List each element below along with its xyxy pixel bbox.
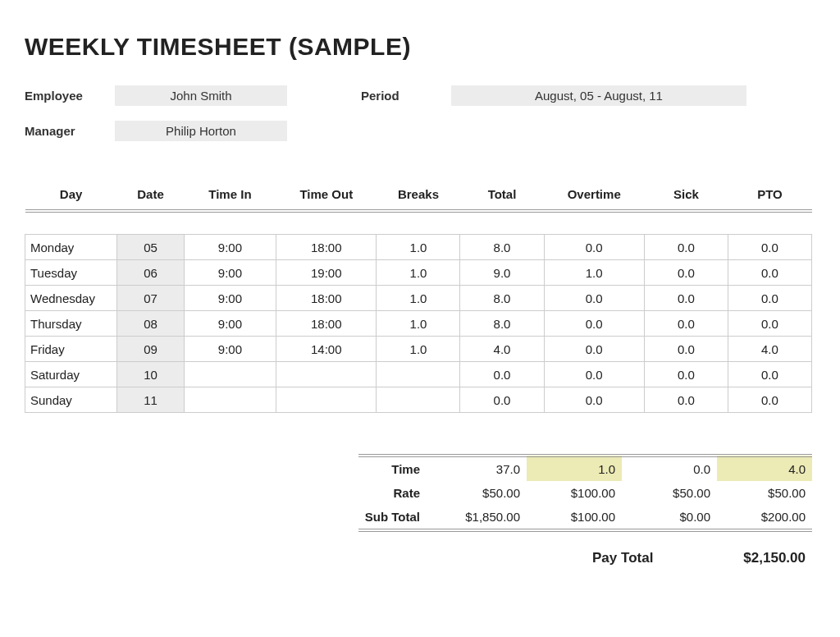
summary-subtotal-pto: $200.00 [717,505,812,530]
cell-time-in: 9:00 [184,311,276,337]
cell-time-out [276,387,377,413]
cell-time-in: 9:00 [184,235,276,260]
pay-total: Pay Total $2,150.00 [592,550,812,566]
col-sick: Sick [644,182,728,211]
cell-pto: 0.0 [728,235,811,260]
summary-table: Time 37.0 1.0 0.0 4.0 Rate $50.00 $100.0… [358,454,812,532]
cell-breaks: 1.0 [377,235,460,260]
page-title: WEEKLY TIMESHEET (SAMPLE) [25,33,815,61]
cell-date: 11 [117,387,185,413]
cell-sick: 0.0 [644,387,728,413]
cell-day: Friday [25,337,117,362]
summary-rate-label: Rate [358,481,431,505]
cell-breaks: 1.0 [377,286,460,311]
summary-row-time: Time 37.0 1.0 0.0 4.0 [358,456,812,481]
summary-rate-sick: $50.00 [622,481,717,505]
cell-breaks [377,362,460,387]
cell-total: 9.0 [460,260,544,286]
summary-subtotal-label: Sub Total [358,505,431,530]
cell-time-out: 18:00 [276,286,377,311]
col-overtime: Overtime [544,182,644,211]
period-label: Period [361,89,451,103]
cell-pto: 0.0 [728,362,811,387]
manager-label: Manager [25,124,115,138]
col-breaks: Breaks [377,182,460,211]
cell-pto: 0.0 [728,286,811,311]
cell-time-out: 19:00 [276,260,377,286]
col-time-out: Time Out [276,182,377,211]
cell-date: 07 [117,286,185,311]
cell-time-in: 9:00 [184,260,276,286]
cell-day: Thursday [25,311,117,337]
cell-overtime: 0.0 [544,235,644,260]
table-row: Thursday089:0018:001.08.00.00.00.0 [25,311,812,337]
summary-time-label: Time [358,456,431,481]
cell-time-out: 18:00 [276,311,377,337]
cell-time-out [276,362,377,387]
summary-time-pto: 4.0 [717,456,812,481]
cell-overtime: 0.0 [544,337,644,362]
summary-time-sick: 0.0 [622,456,717,481]
summary-row-subtotal: Sub Total $1,850.00 $100.00 $0.00 $200.0… [358,505,812,530]
cell-day: Wednesday [25,286,117,311]
cell-pto: 0.0 [728,387,811,413]
cell-time-in: 9:00 [184,337,276,362]
cell-time-in: 9:00 [184,286,276,311]
pay-total-label: Pay Total [592,550,653,566]
employee-label: Employee [25,89,115,103]
cell-date: 06 [117,260,185,286]
cell-time-out: 18:00 [276,235,377,260]
summary-subtotal-overtime: $100.00 [527,505,622,530]
summary-row-rate: Rate $50.00 $100.00 $50.00 $50.00 [358,481,812,505]
cell-total: 8.0 [460,311,544,337]
employee-value: John Smith [115,85,287,106]
cell-total: 8.0 [460,235,544,260]
cell-sick: 0.0 [644,337,728,362]
col-day: Day [25,182,117,211]
col-pto: PTO [728,182,811,211]
col-total: Total [460,182,544,211]
cell-total: 0.0 [460,362,544,387]
cell-day: Sunday [25,387,117,413]
summary-subtotal-total: $1,850.00 [431,505,527,530]
cell-sick: 0.0 [644,260,728,286]
cell-breaks: 1.0 [377,337,460,362]
col-time-in: Time In [184,182,276,211]
table-row: Saturday100.00.00.00.0 [25,362,812,387]
meta-row-employee-period: Employee John Smith Period August, 05 - … [25,85,815,106]
period-value: August, 05 - August, 11 [451,85,746,106]
cell-day: Tuesday [25,260,117,286]
cell-time-in [184,387,276,413]
cell-date: 10 [117,362,185,387]
cell-breaks: 1.0 [377,260,460,286]
cell-total: 0.0 [460,387,544,413]
cell-date: 08 [117,311,185,337]
cell-overtime: 0.0 [544,311,644,337]
cell-breaks: 1.0 [377,311,460,337]
cell-date: 05 [117,235,185,260]
summary-rate-total: $50.00 [431,481,527,505]
cell-pto: 0.0 [728,311,811,337]
summary-rate-overtime: $100.00 [527,481,622,505]
table-row: Monday059:0018:001.08.00.00.00.0 [25,235,812,260]
table-row: Wednesday079:0018:001.08.00.00.00.0 [25,286,812,311]
summary-rate-pto: $50.00 [717,481,812,505]
cell-overtime: 0.0 [544,362,644,387]
col-date: Date [117,182,185,211]
cell-pto: 4.0 [728,337,811,362]
cell-sick: 0.0 [644,311,728,337]
timesheet-table: Day Date Time In Time Out Breaks Total O… [25,182,812,413]
cell-time-out: 14:00 [276,337,377,362]
table-row: Friday099:0014:001.04.00.00.04.0 [25,337,812,362]
cell-breaks [377,387,460,413]
manager-value: Philip Horton [115,121,287,141]
pay-total-value: $2,150.00 [743,550,806,566]
cell-overtime: 1.0 [544,260,644,286]
cell-total: 4.0 [460,337,544,362]
cell-sick: 0.0 [644,235,728,260]
cell-day: Saturday [25,362,117,387]
summary-subtotal-sick: $0.00 [622,505,717,530]
cell-sick: 0.0 [644,362,728,387]
cell-overtime: 0.0 [544,286,644,311]
table-header-row: Day Date Time In Time Out Breaks Total O… [25,182,812,211]
